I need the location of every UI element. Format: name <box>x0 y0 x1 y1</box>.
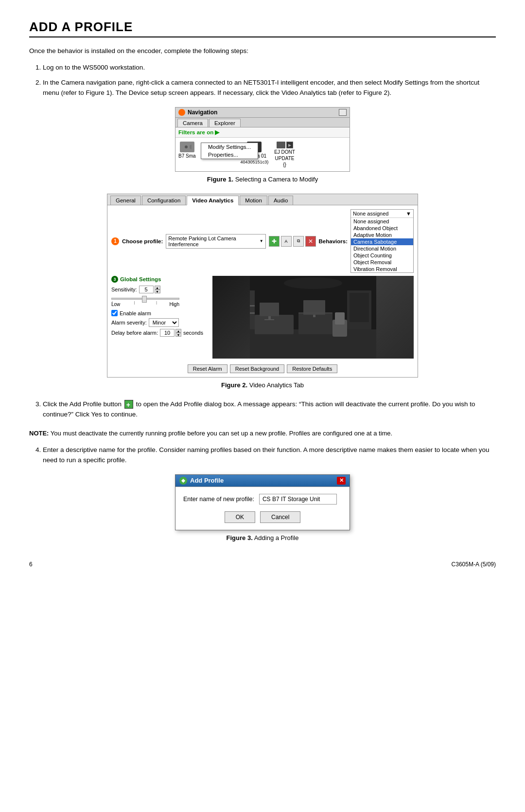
delay-input[interactable] <box>160 329 175 337</box>
add-profile-btn[interactable]: ✚ <box>269 236 280 247</box>
reset-background-btn[interactable]: Reset Background <box>230 364 285 373</box>
nav-filters: Filters are on ▶ <box>175 127 350 138</box>
sensitivity-down[interactable]: ▼ <box>155 289 160 293</box>
dialog-field-row: Enter name of new profile: <box>183 494 342 505</box>
tab-motion[interactable]: Motion <box>240 196 267 205</box>
context-menu-properties[interactable]: Properties... <box>201 151 258 159</box>
nav-tabs-row: Camera Explorer <box>175 118 350 127</box>
svg-rect-19 <box>250 290 255 329</box>
svg-point-22 <box>284 277 342 289</box>
dialog-close-btn[interactable]: ✕ <box>337 477 346 485</box>
behavior-directional[interactable]: Directional Motion <box>351 245 413 252</box>
va-body: 1 Choose profile: Remote Parking Lot Cam… <box>107 205 418 377</box>
sensitivity-slider-container: | | | Low High <box>111 296 209 307</box>
figure-1-caption-bold: Figure 1. <box>207 176 233 183</box>
va-tabs-row: General Configuration Video Analytics Mo… <box>107 194 418 205</box>
camera-label-3b: UPDATE <box>275 156 295 161</box>
step-4-text: Enter a descriptive name for the profile… <box>43 446 489 464</box>
add-profile-dialog: ◆ Add Profile ✕ Enter name of new profil… <box>175 474 350 530</box>
va-buttons-row: Reset Alarm Reset Background Restore Def… <box>111 364 414 373</box>
step-2-text: In the Camera navigation pane, right-cli… <box>43 79 479 96</box>
footer-doc-ref: C3605M-A (5/09) <box>452 561 496 568</box>
figure-1-caption: Figure 1. Selecting a Camera to Modify <box>207 176 318 183</box>
nav-title: Navigation <box>188 109 217 116</box>
enable-alarm-checkbox[interactable] <box>111 310 118 316</box>
global-settings-title: 3 Global Settings <box>111 276 209 283</box>
dialog-title: Add Profile <box>190 477 224 484</box>
context-menu-modify[interactable]: Modify Settings... <box>201 143 258 151</box>
camera-item-3[interactable]: ▶ EJ DONT UPDATE {} <box>274 142 295 167</box>
behavior-adaptive[interactable]: Adaptive Motion <box>351 232 413 238</box>
restore-defaults-btn[interactable]: Restore Defaults <box>287 364 337 373</box>
page-title: ADD A PROFILE <box>29 19 496 37</box>
enable-alarm-row: Enable alarm <box>111 310 209 316</box>
va-left-panel: 3 Global Settings Sensitivity: ▲ ▼ <box>111 276 209 359</box>
slider-high-label: High <box>169 302 179 307</box>
steps-list-3: Enter a descriptive name for the profile… <box>43 445 496 466</box>
camera-icon-3-small <box>277 142 285 148</box>
nav-titlebar: Navigation <box>175 108 350 118</box>
behavior-camera-sabotage[interactable]: Camera Sabotage <box>351 238 413 245</box>
camera-icon-1 <box>180 142 194 152</box>
tab-audio[interactable]: Audio <box>268 196 293 205</box>
delete-profile-btn[interactable]: ✕ <box>305 236 316 247</box>
svg-rect-10 <box>260 303 279 316</box>
copy-profile-btn[interactable]: ⧉ <box>293 236 304 247</box>
step-1-text: Log on to the WS5000 workstation. <box>43 64 145 71</box>
camera-label-3: EJ DONT <box>274 149 295 155</box>
sensitivity-up[interactable]: ▲ <box>155 286 160 289</box>
step-1: Log on to the WS5000 workstation. <box>43 63 496 73</box>
delay-up[interactable]: ▲ <box>175 329 181 333</box>
figure-2-container: General Configuration Video Analytics Mo… <box>29 194 496 389</box>
svg-rect-12 <box>264 319 274 320</box>
figure-2-caption: Figure 2. Video Analytics Tab <box>221 381 304 389</box>
camera-icon-3b: ▶ <box>286 142 293 148</box>
behavior-object-counting[interactable]: Object Counting <box>351 252 413 259</box>
tab-configuration[interactable]: Configuration <box>142 196 186 205</box>
tab-general[interactable]: General <box>110 196 141 205</box>
note-paragraph: NOTE: You must deactivate the currently … <box>29 429 496 438</box>
intro-paragraph: Once the behavior is installed on the en… <box>29 46 496 56</box>
dialog-cancel-btn[interactable]: Cancel <box>260 511 300 523</box>
delay-row: Delay before alarm: ▲ ▼ seconds <box>111 329 209 337</box>
sensitivity-slider-thumb[interactable] <box>142 296 147 303</box>
figure-1-caption-text: Selecting a Camera to Modify <box>233 176 318 183</box>
profile-value: Remote Parking Lot Camera Interferrence <box>168 235 258 247</box>
dialog-profile-name-input[interactable] <box>259 494 337 505</box>
enable-alarm-label: Enable alarm <box>120 310 151 316</box>
behaviors-list-popup: None assigned Abandoned Object Adaptive … <box>351 218 413 272</box>
behavior-abandoned[interactable]: Abandoned Object <box>351 225 413 232</box>
svg-rect-11 <box>268 316 271 319</box>
sensitivity-slider[interactable]: | | | <box>111 298 179 300</box>
behavior-object-removal[interactable]: Object Removal <box>351 259 413 266</box>
delay-unit: seconds <box>183 330 203 336</box>
svg-rect-18 <box>350 293 369 322</box>
dialog-titlebar: ◆ Add Profile ✕ <box>175 475 350 487</box>
behaviors-dropdown[interactable]: None assigned ▼ None assigned Abandoned … <box>350 209 414 273</box>
step-3-text-before: Click the Add Profile button <box>43 400 122 408</box>
profile-dropdown[interactable]: Remote Parking Lot Camera Interferrence … <box>166 234 265 249</box>
tab-video-analytics[interactable]: Video Analytics <box>187 196 239 205</box>
svg-rect-20 <box>250 305 255 307</box>
step-3: Click the Add Profile button to open the… <box>43 399 496 420</box>
reset-alarm-btn[interactable]: Reset Alarm <box>188 364 228 373</box>
page-footer: 6 C3605M-A (5/09) <box>29 561 496 568</box>
add-profile-icon-inline <box>124 400 133 409</box>
sensitivity-input[interactable] <box>139 286 154 293</box>
behaviors-header: None assigned ▼ <box>351 210 413 218</box>
figure-3-caption: Figure 3. Adding a Profile <box>227 534 299 541</box>
sensitivity-row: Sensitivity: ▲ ▼ <box>111 286 209 293</box>
camera-item-1[interactable]: B7 Sma <box>178 142 196 159</box>
nav-tab-camera[interactable]: Camera <box>177 119 208 127</box>
edit-profile-btn[interactable]: A <box>281 236 292 247</box>
behavior-vibration[interactable]: Vibration Removal <box>351 266 413 272</box>
video-analytics-screenshot: General Configuration Video Analytics Mo… <box>107 194 418 378</box>
nav-tab-explorer[interactable]: Explorer <box>209 119 241 127</box>
figure-3-container: ◆ Add Profile ✕ Enter name of new profil… <box>29 474 496 541</box>
alarm-severity-select[interactable]: Minor Major Critical <box>149 318 179 327</box>
behavior-none[interactable]: None assigned <box>351 218 413 225</box>
note-label: NOTE: <box>29 430 49 437</box>
delay-down[interactable]: ▼ <box>175 333 181 337</box>
dialog-ok-btn[interactable]: OK <box>225 511 255 523</box>
delay-arrows: ▲ ▼ <box>175 329 181 337</box>
